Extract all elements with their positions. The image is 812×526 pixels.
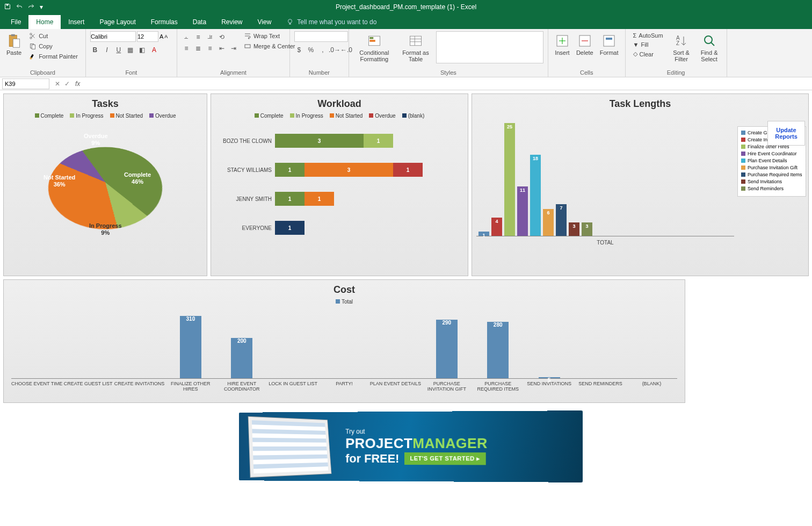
cost-bar: 290 (421, 309, 472, 378)
promo-banner[interactable]: Try out PROJECTMANAGER for FREE!LET'S GE… (239, 410, 583, 482)
banner-line3: for FREE! (345, 451, 399, 465)
group-number: $ % , .0→ ←.0 Number (290, 29, 349, 77)
enter-icon[interactable]: ✓ (64, 80, 70, 88)
paste-label: Paste (6, 49, 21, 56)
banner-brand2: MANAGER (412, 435, 488, 451)
cut-button[interactable]: Cut (26, 31, 81, 41)
format-cells-button[interactable]: Format (598, 31, 621, 58)
tab-insert[interactable]: Insert (61, 15, 92, 29)
tab-view[interactable]: View (250, 15, 279, 29)
workload-body: BOZO THE CLOWN31STACY WILLIAMS131JENNY S… (215, 123, 463, 240)
tasks-chart[interactable]: Tasks CompleteIn ProgressNot StartedOver… (3, 93, 207, 276)
orientation-icon[interactable]: ⟲ (217, 32, 227, 42)
currency-icon[interactable]: $ (294, 45, 304, 55)
wrap-icon (244, 32, 251, 40)
svg-rect-14 (410, 36, 421, 46)
fx-icon[interactable]: fx (75, 80, 83, 88)
grow-font-icon[interactable]: A (160, 33, 163, 40)
italic-button[interactable]: I (102, 45, 112, 55)
copy-icon (29, 42, 37, 50)
sort-filter-button[interactable]: AZSort & Filter (669, 31, 694, 64)
fill-color-button[interactable]: ◧ (137, 45, 147, 55)
group-cells: Insert Delete Format Cells (548, 29, 626, 77)
align-left-icon[interactable]: ≡ (182, 44, 191, 53)
cancel-icon[interactable]: ✕ (55, 80, 60, 88)
cost-bar: 200 (216, 309, 267, 378)
font-name[interactable] (90, 31, 136, 42)
align-middle-icon[interactable]: ≡ (193, 32, 203, 42)
svg-rect-3 (11, 34, 15, 37)
qat-dropdown-icon[interactable]: ▾ (40, 3, 43, 11)
cost-title: Cost (8, 284, 680, 296)
percent-icon[interactable]: % (306, 45, 316, 55)
cells-label: Cells (553, 69, 621, 76)
name-box[interactable] (2, 78, 49, 89)
quick-access-toolbar: ▾ (0, 3, 43, 11)
tell-me[interactable]: Tell me what you want to do (279, 15, 384, 29)
lengths-bar: 11 (517, 186, 528, 236)
find-select-button[interactable]: Find & Select (697, 31, 722, 64)
cost-bar (575, 309, 626, 378)
tab-review[interactable]: Review (214, 15, 250, 29)
cost-bar (114, 309, 165, 378)
tab-page-layout[interactable]: Page Layout (92, 15, 143, 29)
cost-labels: CHOOSE EVENT TIMECREATE GUEST LISTCREATE… (11, 381, 677, 392)
redo-icon[interactable] (28, 3, 34, 11)
cost-bar (318, 309, 369, 378)
merge-icon (244, 42, 251, 50)
undo-icon[interactable] (16, 3, 23, 11)
align-right-icon[interactable]: ≡ (205, 44, 215, 53)
comma-icon[interactable]: , (318, 45, 328, 55)
font-size[interactable] (137, 31, 158, 42)
tab-data[interactable]: Data (185, 15, 214, 29)
clear-button[interactable]: ◇ Clear (630, 49, 666, 59)
cost-chart[interactable]: Cost Total 3102002902805 CHOOSE EVENT TI… (3, 279, 685, 403)
tab-formulas[interactable]: Formulas (143, 15, 185, 29)
svg-text:Z: Z (676, 40, 679, 46)
border-button[interactable]: ▦ (126, 45, 135, 55)
copy-button[interactable]: Copy (26, 41, 81, 51)
conditional-formatting-button[interactable]: Conditional Formatting (353, 31, 395, 64)
tab-home[interactable]: Home (28, 15, 61, 29)
bold-button[interactable]: B (90, 45, 100, 55)
banner-screenshot (248, 416, 332, 478)
indent-dec-icon[interactable]: ⇤ (217, 44, 227, 53)
align-top-icon[interactable]: ⫠ (182, 32, 191, 42)
cost-bar (267, 309, 318, 378)
underline-button[interactable]: U (114, 45, 124, 55)
update-reports-button[interactable]: Update Reports (767, 121, 805, 146)
insert-icon (555, 33, 570, 48)
save-icon[interactable] (4, 3, 11, 11)
inc-decimal-icon[interactable]: .0→ (330, 45, 339, 55)
cost-bar: 280 (473, 309, 524, 378)
autosum-button[interactable]: Σ AutoSum (630, 31, 666, 40)
svg-rect-8 (32, 45, 35, 49)
lengths-title: Task Lengths (476, 98, 804, 110)
alignment-label: Alignment (182, 69, 285, 76)
shrink-font-icon[interactable]: A (164, 34, 168, 39)
editing-label: Editing (630, 69, 722, 76)
formula-input[interactable] (83, 78, 812, 89)
align-bottom-icon[interactable]: ⫡ (205, 32, 215, 42)
styles-label: Styles (353, 69, 543, 76)
workload-chart[interactable]: Workload CompleteIn ProgressNot StartedO… (211, 93, 468, 276)
lengths-bar: 7 (556, 204, 567, 236)
cost-bar (62, 309, 113, 378)
font-color-button[interactable]: A (149, 45, 159, 55)
tab-file[interactable]: File (3, 15, 28, 29)
format-painter-button[interactable]: Format Painter (26, 52, 81, 61)
delete-cells-button[interactable]: Delete (574, 31, 596, 58)
svg-rect-0 (6, 4, 9, 5)
fill-button[interactable]: ▼ Fill (630, 40, 666, 49)
align-center-icon[interactable]: ≣ (193, 44, 203, 53)
format-as-table-button[interactable]: Format as Table (397, 31, 434, 64)
cost-bar (370, 309, 421, 378)
paste-button[interactable]: Paste (4, 31, 24, 58)
cell-styles-gallery[interactable] (436, 31, 543, 63)
insert-cells-button[interactable]: Insert (553, 31, 572, 58)
number-format[interactable] (294, 31, 348, 42)
task-lengths-chart[interactable]: Task Lengths 142511186733 TOTAL Create G… (472, 93, 809, 276)
format-icon (601, 33, 617, 48)
banner-cta[interactable]: LET'S GET STARTED ▸ (404, 452, 485, 465)
indent-inc-icon[interactable]: ⇥ (229, 44, 238, 53)
